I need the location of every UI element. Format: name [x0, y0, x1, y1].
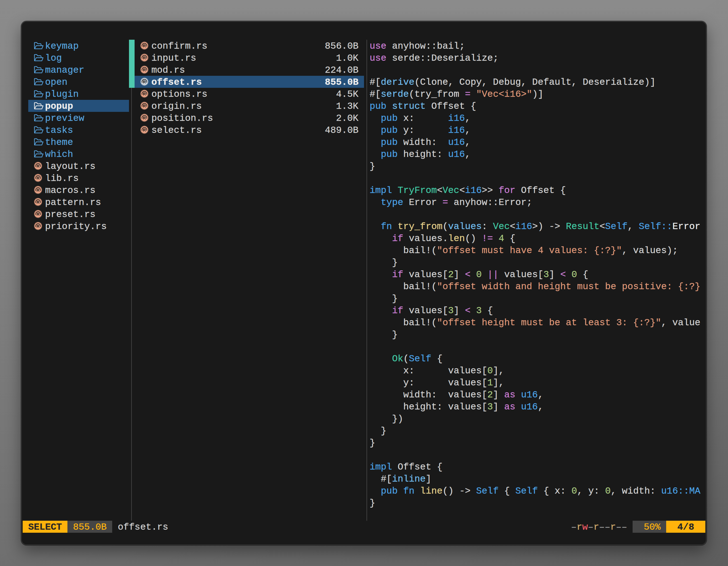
svg-text:R: R: [143, 55, 146, 60]
svg-text:R: R: [37, 176, 40, 180]
svg-text:R: R: [143, 104, 146, 108]
svg-text:R: R: [143, 128, 146, 132]
svg-text:R: R: [37, 212, 40, 217]
svg-text:R: R: [143, 43, 146, 48]
svg-text:R: R: [37, 200, 40, 205]
svg-text:R: R: [37, 224, 40, 229]
svg-text:R: R: [143, 91, 146, 96]
svg-text:R: R: [37, 188, 40, 193]
svg-text:R: R: [143, 67, 146, 72]
svg-text:R: R: [143, 79, 146, 84]
svg-text:R: R: [143, 116, 146, 120]
svg-text:R: R: [37, 164, 40, 168]
